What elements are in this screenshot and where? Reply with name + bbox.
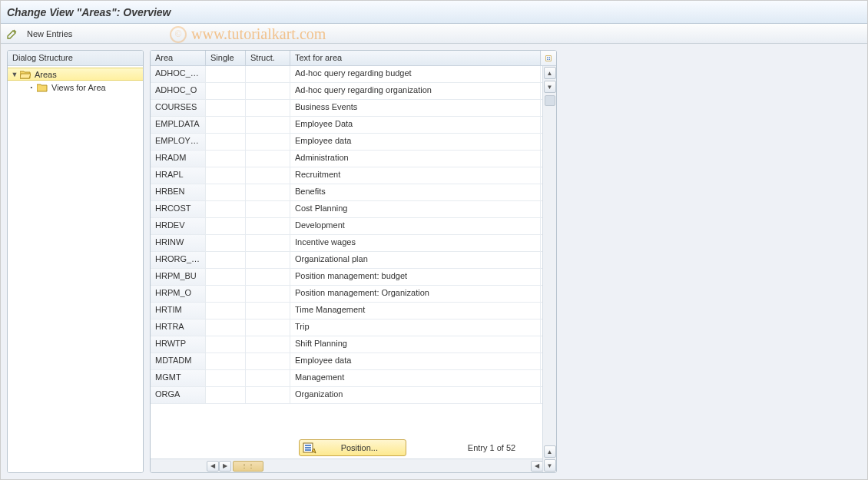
cell-area[interactable]: COURSES bbox=[151, 100, 206, 116]
cell-single[interactable] bbox=[206, 286, 246, 302]
cell-text[interactable]: Recruitment bbox=[290, 167, 541, 184]
cell-struct[interactable] bbox=[246, 218, 290, 234]
table-row[interactable]: HRPM_OPosition management: Organization bbox=[151, 286, 556, 303]
cell-text[interactable]: Incentive wages bbox=[290, 235, 541, 251]
cell-text[interactable]: Ad-hoc query regarding budget bbox=[290, 66, 541, 82]
cell-area[interactable]: HRPM_BU bbox=[151, 269, 206, 285]
scroll-left-button-2[interactable]: ◀ bbox=[531, 461, 543, 472]
table-row[interactable]: EMPLOYEEEmployee data bbox=[151, 134, 556, 151]
cell-single[interactable] bbox=[206, 370, 246, 386]
scroll-up-button[interactable]: ▲ bbox=[544, 67, 556, 79]
cell-area[interactable]: MDTADM bbox=[151, 353, 206, 369]
cell-text[interactable]: Organizational plan bbox=[290, 252, 541, 268]
cell-struct[interactable] bbox=[246, 100, 290, 116]
cell-area[interactable]: EMPLOYEE bbox=[151, 134, 206, 150]
table-row[interactable]: HRAPLRecruitment bbox=[151, 167, 556, 184]
cell-area[interactable]: HRDEV bbox=[151, 218, 206, 234]
cell-text[interactable]: Employee data bbox=[290, 134, 541, 150]
cell-text[interactable]: Cost Planning bbox=[290, 201, 541, 217]
cell-struct[interactable] bbox=[246, 370, 290, 386]
cell-struct[interactable] bbox=[246, 167, 290, 184]
scroll-track-horizontal[interactable]: ⋮⋮ bbox=[233, 461, 529, 472]
table-row[interactable]: MDTADMEmployee data bbox=[151, 353, 556, 370]
table-row[interactable]: HRBENBenefits bbox=[151, 184, 556, 201]
cell-single[interactable] bbox=[206, 151, 246, 167]
cell-text[interactable]: Management bbox=[290, 370, 541, 386]
cell-area[interactable]: ADHOC_O bbox=[151, 83, 206, 99]
cell-single[interactable] bbox=[206, 303, 246, 319]
cell-text[interactable]: Time Management bbox=[290, 303, 541, 319]
table-row[interactable]: ORGAOrganization bbox=[151, 387, 556, 404]
col-header-struct[interactable]: Struct. bbox=[246, 51, 290, 65]
scroll-thumb-horizontal[interactable]: ⋮⋮ bbox=[233, 461, 263, 472]
scroll-thumb-vertical[interactable] bbox=[545, 95, 555, 106]
cell-struct[interactable] bbox=[246, 83, 290, 99]
scroll-right-button[interactable]: ▶ bbox=[219, 461, 231, 472]
cell-struct[interactable] bbox=[246, 269, 290, 285]
cell-single[interactable] bbox=[206, 201, 246, 217]
cell-text[interactable]: Administration bbox=[290, 151, 541, 167]
cell-struct[interactable] bbox=[246, 336, 290, 353]
table-row[interactable]: HRORG_STOrganizational plan bbox=[151, 252, 556, 269]
cell-area[interactable]: HRWTP bbox=[151, 336, 206, 353]
table-row[interactable]: ADHOC_OAd-hoc query regarding organizati… bbox=[151, 83, 556, 100]
tree-node-areas[interactable]: ▼ Areas bbox=[8, 68, 143, 81]
scroll-down-button[interactable]: ▼ bbox=[544, 81, 556, 93]
table-row[interactable]: MGMTManagement bbox=[151, 370, 556, 387]
cell-text[interactable]: Organization bbox=[290, 387, 541, 403]
cell-struct[interactable] bbox=[246, 286, 290, 302]
scroll-down-button-2[interactable]: ▼ bbox=[544, 459, 556, 472]
table-row[interactable]: HRCOSTCost Planning bbox=[151, 201, 556, 218]
cell-area[interactable]: EMPLDATA bbox=[151, 117, 206, 133]
cell-area[interactable]: HRAPL bbox=[151, 167, 206, 184]
tree-node-views-for-area[interactable]: • Views for Area bbox=[8, 81, 143, 94]
position-button[interactable]: Position... bbox=[299, 439, 406, 456]
cell-struct[interactable] bbox=[246, 387, 290, 403]
col-header-area[interactable]: Area bbox=[151, 51, 206, 65]
cell-area[interactable]: HRCOST bbox=[151, 201, 206, 217]
cell-single[interactable] bbox=[206, 353, 246, 369]
cell-area[interactable]: HRINW bbox=[151, 235, 206, 251]
scroll-left-button[interactable]: ◀ bbox=[207, 461, 219, 472]
col-header-single[interactable]: Single bbox=[206, 51, 246, 65]
cell-struct[interactable] bbox=[246, 66, 290, 82]
cell-single[interactable] bbox=[206, 235, 246, 251]
cell-area[interactable]: HRORG_ST bbox=[151, 252, 206, 268]
table-row[interactable]: ADHOC_BUAd-hoc query regarding budget bbox=[151, 66, 556, 83]
col-header-text[interactable]: Text for area bbox=[290, 51, 541, 65]
cell-area[interactable]: HRPM_O bbox=[151, 286, 206, 302]
cell-text[interactable]: Employee Data bbox=[290, 117, 541, 133]
cell-area[interactable]: ORGA bbox=[151, 387, 206, 403]
cell-struct[interactable] bbox=[246, 235, 290, 251]
cell-text[interactable]: Employee data bbox=[290, 353, 541, 369]
cell-single[interactable] bbox=[206, 252, 246, 268]
cell-struct[interactable] bbox=[246, 252, 290, 268]
table-row[interactable]: HRPM_BUPosition management: budget bbox=[151, 269, 556, 286]
cell-single[interactable] bbox=[206, 117, 246, 133]
cell-struct[interactable] bbox=[246, 151, 290, 167]
table-row[interactable]: HRTIMTime Management bbox=[151, 303, 556, 319]
table-row[interactable]: HRTRATrip bbox=[151, 319, 556, 336]
cell-text[interactable]: Position management: budget bbox=[290, 269, 541, 285]
table-settings-button[interactable] bbox=[541, 51, 556, 65]
cell-area[interactable]: HRBEN bbox=[151, 184, 206, 200]
cell-struct[interactable] bbox=[246, 319, 290, 336]
cell-area[interactable]: HRADM bbox=[151, 151, 206, 167]
cell-single[interactable] bbox=[206, 319, 246, 336]
cell-single[interactable] bbox=[206, 218, 246, 234]
cell-single[interactable] bbox=[206, 66, 246, 82]
cell-area[interactable]: HRTIM bbox=[151, 303, 206, 319]
cell-text[interactable]: Benefits bbox=[290, 184, 541, 200]
table-row[interactable]: HRWTPShift Planning bbox=[151, 336, 556, 353]
edit-icon[interactable] bbox=[5, 27, 19, 41]
cell-single[interactable] bbox=[206, 167, 246, 184]
cell-struct[interactable] bbox=[246, 353, 290, 369]
cell-single[interactable] bbox=[206, 100, 246, 116]
cell-text[interactable]: Trip bbox=[290, 319, 541, 336]
cell-single[interactable] bbox=[206, 336, 246, 353]
new-entries-button[interactable]: New Entries bbox=[24, 28, 75, 40]
table-row[interactable]: HRDEVDevelopment bbox=[151, 218, 556, 235]
cell-text[interactable]: Development bbox=[290, 218, 541, 234]
cell-area[interactable]: MGMT bbox=[151, 370, 206, 386]
cell-text[interactable]: Shift Planning bbox=[290, 336, 541, 353]
